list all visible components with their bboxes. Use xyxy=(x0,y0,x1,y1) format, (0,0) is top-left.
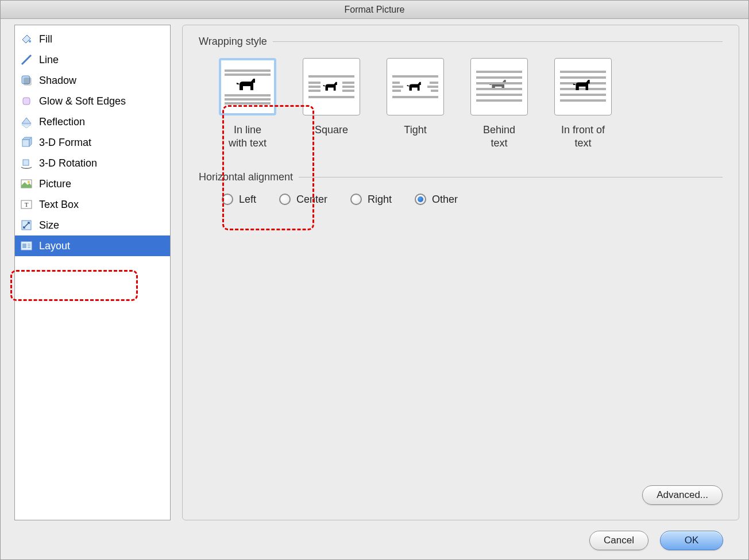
sidebar-item-label: Shadow xyxy=(39,75,76,87)
wrap-label: In line with text xyxy=(229,123,267,150)
radio-label: Left xyxy=(239,194,256,206)
wrap-thumb-inline xyxy=(219,58,276,115)
sidebar-item-picture[interactable]: Picture xyxy=(15,173,170,194)
sidebar-item-label: Line xyxy=(39,54,59,66)
section-title: Wrapping style xyxy=(199,36,267,48)
radio-left[interactable]: Left xyxy=(222,194,256,206)
advanced-button[interactable]: Advanced... xyxy=(642,485,723,505)
radio-icon xyxy=(415,194,426,205)
sidebar-item-3d-format[interactable]: 3-D Format xyxy=(15,132,170,153)
section-title: Horizontal alignment xyxy=(199,171,293,183)
sidebar-item-label: Layout xyxy=(39,240,70,252)
dog-icon xyxy=(323,79,340,94)
reflection-icon xyxy=(20,115,33,129)
wrapping-options: In line with text xyxy=(216,58,723,150)
svg-rect-6 xyxy=(23,160,29,165)
button-label: OK xyxy=(685,535,699,546)
rotation-icon xyxy=(20,156,33,170)
cancel-button[interactable]: Cancel xyxy=(589,531,648,550)
radio-center[interactable]: Center xyxy=(279,194,327,206)
cube-icon xyxy=(20,136,33,149)
dog-icon xyxy=(407,79,424,94)
svg-point-0 xyxy=(29,40,31,43)
line-icon xyxy=(20,53,33,67)
sidebar-item-size[interactable]: Size xyxy=(15,215,170,235)
sidebar: Fill Line Shadow xyxy=(14,25,171,520)
svg-line-1 xyxy=(22,55,31,64)
layout-icon xyxy=(20,239,33,253)
sidebar-item-label: Text Box xyxy=(39,199,79,211)
sidebar-item-shadow[interactable]: Shadow xyxy=(15,70,170,91)
wrap-option-front[interactable]: In front of text xyxy=(551,58,615,150)
dog-icon xyxy=(573,79,593,94)
dialog-footer: Cancel OK xyxy=(14,520,739,550)
wrap-thumb-tight xyxy=(387,58,444,115)
dog-icon xyxy=(234,78,261,92)
wrap-option-inline[interactable]: In line with text xyxy=(216,58,279,150)
glow-icon xyxy=(20,94,33,108)
button-label: Advanced... xyxy=(657,489,708,501)
wrap-option-square[interactable]: Square xyxy=(300,58,363,150)
wrapping-style-section: Wrapping style xyxy=(199,36,723,48)
wrap-label: In front of text xyxy=(561,123,605,150)
radio-label: Right xyxy=(368,194,392,206)
sidebar-item-label: Fill xyxy=(39,33,52,45)
size-icon xyxy=(20,218,33,232)
sidebar-item-label: Reflection xyxy=(39,116,85,128)
advanced-row: Advanced... xyxy=(199,485,723,509)
radio-icon xyxy=(279,194,291,205)
ok-button[interactable]: OK xyxy=(660,531,723,550)
paint-bucket-icon xyxy=(20,32,33,46)
shadow-icon xyxy=(20,74,33,87)
wrap-label: Behind text xyxy=(483,123,515,150)
svg-rect-13 xyxy=(22,244,26,248)
button-label: Cancel xyxy=(604,535,634,546)
dialog-body: Fill Line Shadow xyxy=(1,19,748,559)
text-box-icon: T xyxy=(20,198,33,211)
wrap-thumb-front xyxy=(554,58,612,115)
svg-rect-4 xyxy=(23,98,30,105)
sidebar-item-fill[interactable]: Fill xyxy=(15,29,170,49)
sidebar-item-label: Picture xyxy=(39,178,71,190)
sidebar-item-text-box[interactable]: T Text Box xyxy=(15,194,170,215)
titlebar: Format Picture xyxy=(1,1,748,19)
wrap-label: Square xyxy=(315,123,348,137)
horizontal-alignment-section: Horizontal alignment xyxy=(199,171,723,183)
window-title: Format Picture xyxy=(345,5,405,15)
sidebar-item-glow[interactable]: Glow & Soft Edges xyxy=(15,91,170,111)
divider xyxy=(273,41,723,42)
radio-right[interactable]: Right xyxy=(350,194,392,206)
alignment-options: Left Center Right Other xyxy=(222,194,723,206)
wrap-thumb-behind xyxy=(470,58,528,115)
radio-icon xyxy=(350,194,362,205)
layout-panel: Wrapping style In line with text xyxy=(182,25,739,520)
dog-icon xyxy=(489,79,509,94)
wrap-label: Tight xyxy=(404,123,426,137)
radio-other[interactable]: Other xyxy=(415,194,458,206)
sidebar-item-line[interactable]: Line xyxy=(15,49,170,70)
svg-point-8 xyxy=(28,181,30,183)
radio-label: Center xyxy=(296,194,327,206)
sidebar-item-layout[interactable]: Layout xyxy=(15,235,170,256)
format-picture-dialog: Format Picture Fill Line xyxy=(0,0,749,560)
divider xyxy=(299,177,723,177)
wrap-thumb-square xyxy=(303,58,360,115)
sidebar-item-label: Size xyxy=(39,219,59,231)
sidebar-item-label: 3-D Format xyxy=(39,137,91,149)
sidebar-item-reflection[interactable]: Reflection xyxy=(15,111,170,132)
picture-icon xyxy=(20,177,33,191)
sidebar-item-3d-rotation[interactable]: 3-D Rotation xyxy=(15,153,170,173)
sidebar-item-label: 3-D Rotation xyxy=(39,157,97,169)
sidebar-item-label: Glow & Soft Edges xyxy=(39,95,126,107)
wrap-option-tight[interactable]: Tight xyxy=(384,58,447,150)
svg-text:T: T xyxy=(25,201,29,208)
radio-icon xyxy=(222,194,233,205)
svg-rect-3 xyxy=(24,78,32,86)
content-row: Fill Line Shadow xyxy=(14,25,739,520)
svg-rect-5 xyxy=(22,140,29,146)
radio-label: Other xyxy=(432,194,458,206)
wrap-option-behind[interactable]: Behind text xyxy=(468,58,531,150)
